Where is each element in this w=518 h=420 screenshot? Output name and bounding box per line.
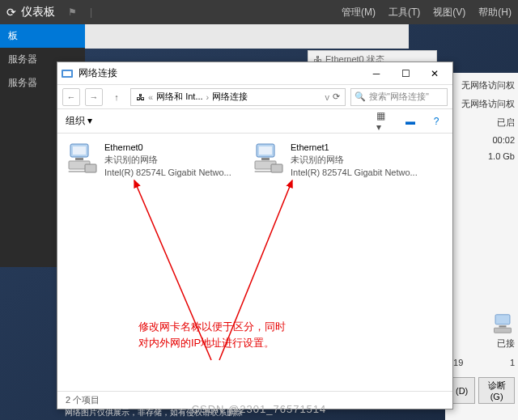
search-placeholder: 搜索"网络连接" [369,91,429,103]
breadcrumb-part-2[interactable]: 网络连接 [212,91,248,103]
nav-up-button[interactable]: ↑ [108,88,125,106]
menu-manage[interactable]: 管理(M) [342,6,376,19]
adapter-status: 未识别的网络 [291,154,418,166]
search-icon: 🔍 [355,91,366,102]
svg-rect-14 [271,164,282,172]
status-speed: 1.0 Gb [448,148,515,164]
adapter-description: Intel(R) 82574L Gigabit Netwo... [104,167,231,179]
breadcrumb-sep: › [206,92,210,102]
refresh-icon[interactable]: ⟳ [6,6,16,19]
sidebar-item-dashboard[interactable]: 板 [0,24,85,48]
titlebar[interactable]: 网络连接 ─ ☐ ✕ [57,62,452,85]
adapter-name: Ethernet1 [291,142,418,154]
status-panel: 无网络访问权 无网络访问权 已启 00:02 1.0 Gb 已接 119 1 (… [445,73,518,420]
bytes-recv: 1 [510,358,515,367]
menu-help[interactable]: 帮助(H) [478,6,512,19]
activity-icon [490,313,515,334]
breadcrumb-sep: « [148,92,153,102]
content-area[interactable]: Ethernet0 未识别的网络 Intel(R) 82574L Gigabit… [57,134,452,391]
annotation-text: 修改网卡名称以便于区分，同时 对内外网的IP地址进行设置。 [138,319,286,350]
adapter-ethernet0[interactable]: Ethernet0 未识别的网络 Intel(R) 82574L Gigabit… [66,142,236,179]
status-media: 已启 [448,113,515,132]
breadcrumb[interactable]: 🖧 « 网络和 Int... › 网络连接 v ⟳ [130,88,346,106]
app-menubar: ⟳ 仪表板 ⚑ | 管理(M) 工具(T) 视图(V) 帮助(H) [0,0,518,24]
adapter-description: Intel(R) 82574L Gigabit Netwo... [291,167,418,179]
flag-icon[interactable]: ⚑ [68,6,77,18]
search-input[interactable]: 🔍 搜索"网络连接" [350,88,448,106]
divider-icon: | [90,6,92,18]
svg-rect-1 [499,325,507,327]
adapter-ethernet1[interactable]: Ethernet1 未识别的网络 Intel(R) 82574L Gigabit… [252,142,422,179]
svg-rect-9 [85,164,96,172]
view-details-button[interactable]: ▬ [402,115,418,128]
refresh-icon[interactable]: ⟳ [333,91,340,102]
svg-rect-0 [495,315,510,325]
adapter-icon [66,142,98,174]
app-title-text: 仪表板 [21,5,55,19]
status-ipv6: 无网络访问权 [448,95,515,113]
adapter-icon [252,142,284,174]
organize-menu[interactable]: 组织 ▾ [66,114,92,128]
svg-rect-7 [75,158,83,160]
network-connections-window: 网络连接 ─ ☐ ✕ ← → ↑ 🖧 « 网络和 Int... › 网络连接 v… [57,62,453,409]
svg-rect-2 [495,328,512,333]
toolbar: 组织 ▾ ▦ ▾ ▬ ? [57,109,452,134]
status-ipv4: 无网络访问权 [448,76,515,95]
nav-back-button[interactable]: ← [62,88,80,106]
status-duration: 00:02 [448,132,515,148]
svg-rect-12 [261,158,270,160]
close-window-button[interactable]: ✕ [420,64,449,83]
window-icon [61,67,74,80]
address-bar: ← → ↑ 🖧 « 网络和 Int... › 网络连接 v ⟳ 🔍 搜索"网络连… [57,85,452,109]
status-connected: 已接 [448,336,515,351]
watermark: CSDN @2301_76571514 [0,403,518,415]
svg-rect-11 [259,146,272,155]
menu-view[interactable]: 视图(V) [433,6,465,19]
svg-rect-4 [63,71,71,76]
window-title: 网络连接 [79,66,362,80]
annotation-arrows [57,174,438,401]
dropdown-icon[interactable]: v [325,92,330,102]
background-panel [85,24,409,49]
adapter-status: 未识别的网络 [104,154,231,166]
adapter-name: Ethernet0 [104,142,231,154]
svg-rect-6 [73,146,86,155]
help-button[interactable]: ? [428,115,444,128]
network-root-icon: 🖧 [136,92,145,102]
minimize-button[interactable]: ─ [362,64,391,83]
breadcrumb-part-1[interactable]: 网络和 Int... [156,91,202,103]
annotation-line1: 修改网卡名称以便于区分，同时 [138,319,286,335]
view-icons-button[interactable]: ▦ ▾ [376,115,393,128]
nav-forward-button[interactable]: → [85,88,103,106]
annotation-line2: 对内外网的IP地址进行设置。 [138,335,286,351]
maximize-button[interactable]: ☐ [391,64,420,83]
menu-tools[interactable]: 工具(T) [388,6,420,19]
activity-diagram: 已接 [448,310,515,354]
diagnose-button[interactable]: 诊断(G) [478,377,515,404]
app-title: ⟳ 仪表板 [6,5,55,19]
